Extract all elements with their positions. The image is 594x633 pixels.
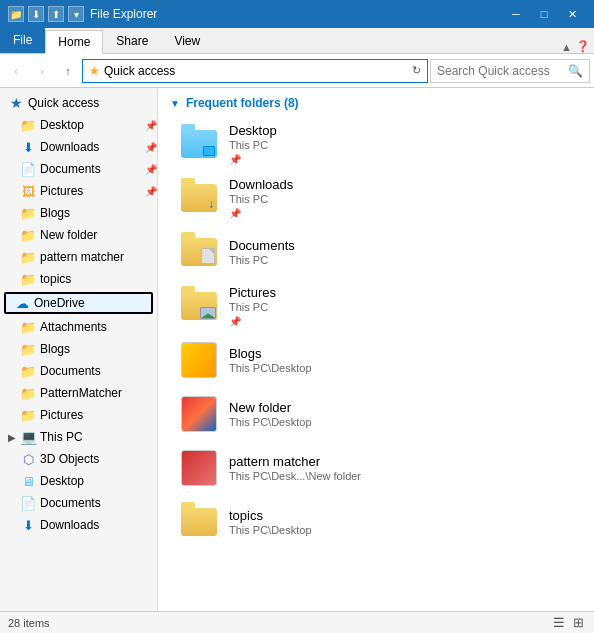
address-bar[interactable]: ★ Quick access ↻ xyxy=(82,59,428,83)
tab-file[interactable]: File xyxy=(0,27,45,53)
sidebar-od-pm-label: PatternMatcher xyxy=(40,386,157,400)
folder-info-pattern: pattern matcher This PC\Desk...\New fold… xyxy=(229,454,361,482)
folder-thumb-blogs xyxy=(179,340,219,380)
search-icon[interactable]: 🔍 xyxy=(568,64,583,78)
folder-item-newfolder[interactable]: New folder This PC\Desktop xyxy=(170,388,582,440)
up-button[interactable]: ↑ xyxy=(56,59,80,83)
desktop-icon: 📁 xyxy=(20,117,36,133)
folder-item-pattern[interactable]: pattern matcher This PC\Desk...\New fold… xyxy=(170,442,582,494)
3dobjects-icon: ⬡ xyxy=(20,451,36,467)
folder-item-blogs[interactable]: Blogs This PC\Desktop xyxy=(170,334,582,386)
folder-name-newfolder: New folder xyxy=(229,400,312,415)
folder-sub-documents: This PC xyxy=(229,254,295,266)
onedrive-icon: ☁ xyxy=(14,295,30,311)
sidebar-item-patternmatcher[interactable]: 📁 pattern matcher xyxy=(0,246,157,268)
sidebar-item-od-patternmatcher[interactable]: 📁 PatternMatcher xyxy=(0,382,157,404)
undo-icon[interactable]: ⬇ xyxy=(28,6,44,22)
sidebar-item-od-pictures[interactable]: 📁 Pictures xyxy=(0,404,157,426)
sidebar-item-topics[interactable]: 📁 topics xyxy=(0,268,157,290)
forward-button[interactable]: › xyxy=(30,59,54,83)
sidebar-newfolder-label: New folder xyxy=(40,228,157,242)
pc-downloads-icon: ⬇ xyxy=(20,517,36,533)
folder-info-desktop: Desktop This PC 📌 xyxy=(229,123,277,165)
tab-view[interactable]: View xyxy=(161,29,213,53)
ribbon-collapse-icon[interactable]: ▲ xyxy=(561,41,572,53)
pictures-icon: 🖼 xyxy=(20,183,36,199)
list-view-button[interactable]: ☰ xyxy=(551,615,567,630)
sidebar-item-od-blogs[interactable]: 📁 Blogs xyxy=(0,338,157,360)
topics-icon: 📁 xyxy=(20,271,36,287)
sidebar-item-desktop[interactable]: 📁 Desktop 📌 xyxy=(0,114,157,136)
pin-icon-dl: 📌 xyxy=(145,142,157,153)
folder-name-pictures: Pictures xyxy=(229,285,276,300)
folder-name-documents: Documents xyxy=(229,238,295,253)
folder-info-topics: topics This PC\Desktop xyxy=(229,508,312,536)
sidebar-item-pc-downloads[interactable]: ⬇ Downloads xyxy=(0,514,157,536)
sidebar-item-documents[interactable]: 📄 Documents 📌 xyxy=(0,158,157,180)
pin-icon-docs: 📌 xyxy=(145,164,157,175)
folder-thumb-documents xyxy=(179,232,219,272)
folder-pin-pictures: 📌 xyxy=(229,316,276,327)
downloads-icon: ⬇ xyxy=(20,139,36,155)
redo-icon[interactable]: ⬆ xyxy=(48,6,64,22)
window-controls: ─ □ ✕ xyxy=(502,0,586,28)
sidebar-3dobjects-label: 3D Objects xyxy=(40,452,157,466)
help-icon[interactable]: ❓ xyxy=(576,40,590,53)
folder-info-blogs: Blogs This PC\Desktop xyxy=(229,346,312,374)
folder-thumb-pattern xyxy=(179,448,219,488)
grid-view-button[interactable]: ⊞ xyxy=(571,615,586,630)
quick-access-toolbar-icon[interactable]: 📁 xyxy=(8,6,24,22)
sidebar-item-pc-desktop[interactable]: 🖥 Desktop xyxy=(0,470,157,492)
minimize-button[interactable]: ─ xyxy=(502,0,530,28)
sidebar-documents-label: Documents xyxy=(40,162,139,176)
sidebar-item-thispc[interactable]: ▶ 💻 This PC xyxy=(0,426,157,448)
folder-sub-newfolder: This PC\Desktop xyxy=(229,416,312,428)
search-input[interactable] xyxy=(437,64,564,78)
thispc-icon: 💻 xyxy=(20,429,36,445)
od-pictures-icon: 📁 xyxy=(20,407,36,423)
section-header[interactable]: ▼ Frequent folders (8) xyxy=(170,96,582,110)
sidebar-item-od-documents[interactable]: 📁 Documents xyxy=(0,360,157,382)
folder-item-downloads[interactable]: ↓ Downloads This PC 📌 xyxy=(170,172,582,224)
sidebar-pc-documents-label: Documents xyxy=(40,496,157,510)
sidebar-item-attachments[interactable]: 📁 Attachments xyxy=(0,316,157,338)
sidebar-item-quickaccess[interactable]: ★ Quick access xyxy=(0,92,157,114)
folder-name-desktop: Desktop xyxy=(229,123,277,138)
tab-share[interactable]: Share xyxy=(103,29,161,53)
sidebar-item-3dobjects[interactable]: ⬡ 3D Objects xyxy=(0,448,157,470)
sidebar-desktop-label: Desktop xyxy=(40,118,139,132)
sidebar-item-onedrive[interactable]: ☁ OneDrive xyxy=(4,292,153,314)
folder-sub-downloads: This PC xyxy=(229,193,293,205)
folder-item-documents[interactable]: Documents This PC xyxy=(170,226,582,278)
close-button[interactable]: ✕ xyxy=(558,0,586,28)
sidebar-item-downloads[interactable]: ⬇ Downloads 📌 xyxy=(0,136,157,158)
folder-item-desktop[interactable]: Desktop This PC 📌 xyxy=(170,118,582,170)
folder-sub-pattern: This PC\Desk...\New folder xyxy=(229,470,361,482)
refresh-icon[interactable]: ↻ xyxy=(412,64,421,77)
pc-desktop-icon: 🖥 xyxy=(20,473,36,489)
sidebar-item-pc-documents[interactable]: 📄 Documents xyxy=(0,492,157,514)
sidebar-topics-label: topics xyxy=(40,272,157,286)
folder-info-pictures: Pictures This PC 📌 xyxy=(229,285,276,327)
folder-thumb-downloads: ↓ xyxy=(179,178,219,218)
status-bar: 28 items ☰ ⊞ xyxy=(0,611,594,633)
sidebar-item-blogs[interactable]: 📁 Blogs xyxy=(0,202,157,224)
maximize-button[interactable]: □ xyxy=(530,0,558,28)
search-bar[interactable]: 🔍 xyxy=(430,59,590,83)
sidebar-item-newfolder[interactable]: 📁 New folder xyxy=(0,224,157,246)
sidebar-item-pictures[interactable]: 🖼 Pictures 📌 xyxy=(0,180,157,202)
tab-home[interactable]: Home xyxy=(45,30,103,54)
folder-item-topics[interactable]: topics This PC\Desktop xyxy=(170,496,582,548)
main-layout: ★ Quick access 📁 Desktop 📌 ⬇ Downloads 📌… xyxy=(0,88,594,611)
section-arrow-icon: ▼ xyxy=(170,98,180,109)
folder-info-documents: Documents This PC xyxy=(229,238,295,266)
address-star-icon: ★ xyxy=(89,64,100,78)
back-button[interactable]: ‹ xyxy=(4,59,28,83)
sidebar-pc-downloads-label: Downloads xyxy=(40,518,157,532)
folder-item-pictures[interactable]: Pictures This PC 📌 xyxy=(170,280,582,332)
folder-name-downloads: Downloads xyxy=(229,177,293,192)
pin-icon-pic: 📌 xyxy=(145,186,157,197)
quickaccess-icon: ★ xyxy=(8,95,24,111)
customize-icon[interactable]: ▾ xyxy=(68,6,84,22)
folder-name-topics: topics xyxy=(229,508,312,523)
